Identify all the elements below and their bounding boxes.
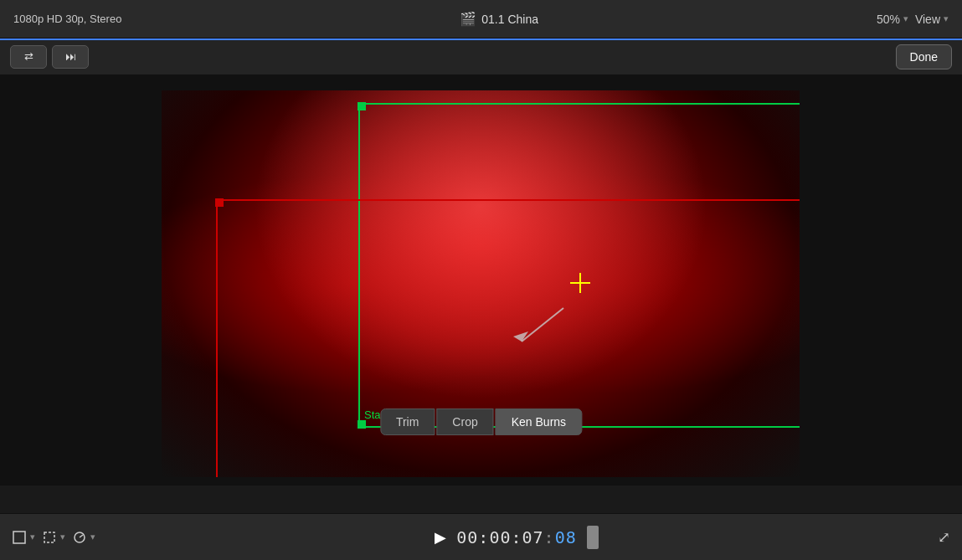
speed-tool-button[interactable]: ▾ bbox=[72, 530, 95, 545]
crop-icon bbox=[12, 530, 27, 545]
svg-rect-2 bbox=[13, 532, 25, 543]
transform-icon bbox=[42, 530, 57, 545]
scrubber-bar[interactable] bbox=[587, 526, 599, 549]
playback-center: ▶ 00:00:07:08 bbox=[105, 526, 928, 549]
blue-accent-line bbox=[0, 39, 962, 40]
timecode-separator: : bbox=[544, 527, 555, 547]
fullscreen-button[interactable]: ⤢ bbox=[938, 528, 950, 547]
crop-tool-button[interactable]: ▾ bbox=[12, 530, 35, 545]
ken-burns-tab[interactable]: Ken Burns bbox=[496, 408, 582, 435]
zoom-selector[interactable]: 50% ▾ bbox=[877, 13, 908, 26]
play-button[interactable]: ▶ bbox=[435, 528, 446, 547]
timecode-main: 00:00:07 bbox=[456, 527, 543, 547]
trim-tab[interactable]: Trim bbox=[380, 408, 435, 435]
clapper-icon: 🎬 bbox=[460, 11, 476, 27]
playback-bar: ▾ ▾ ▾ ▶ 00:00:07:08 ⤢ bbox=[0, 513, 962, 560]
project-info: 🎬 01.1 China bbox=[460, 11, 538, 27]
done-button[interactable]: Done bbox=[896, 44, 952, 69]
top-bar: 1080p HD 30p, Stereo 🎬 01.1 China 50% ▾ … bbox=[0, 0, 962, 39]
speed-chevron-icon: ▾ bbox=[90, 532, 95, 542]
view-label: View bbox=[915, 13, 940, 26]
timecode-frames: 08 bbox=[555, 527, 577, 547]
toolbar-left: ⇄ ⏭ bbox=[10, 45, 89, 69]
swap-button[interactable]: ⇄ bbox=[10, 45, 47, 69]
playback-left-controls: ▾ ▾ ▾ bbox=[12, 530, 95, 545]
resolution-label: 1080p HD 30p, Stereo bbox=[13, 13, 121, 25]
zoom-value: 50% bbox=[877, 13, 900, 26]
svg-line-4 bbox=[80, 535, 83, 537]
toolbar: ⇄ ⏭ Done bbox=[0, 39, 962, 75]
zoom-chevron-icon: ▾ bbox=[903, 13, 908, 24]
view-button[interactable]: View ▾ bbox=[915, 13, 949, 26]
timecode-display: 00:00:07:08 bbox=[456, 527, 576, 547]
transform-tool-button[interactable]: ▾ bbox=[42, 530, 65, 545]
video-area: Start End ✓ Ease In And Out Ease In Ease… bbox=[0, 75, 962, 486]
play-step-icon: ⏭ bbox=[65, 50, 76, 63]
crop-tab[interactable]: Crop bbox=[436, 408, 493, 435]
project-name: 01.1 China bbox=[481, 13, 538, 26]
view-chevron-icon: ▾ bbox=[944, 13, 949, 24]
top-bar-right: 50% ▾ View ▾ bbox=[877, 13, 949, 26]
playback-right: ⤢ bbox=[938, 528, 950, 547]
swap-icon: ⇄ bbox=[24, 50, 33, 63]
transform-chevron-icon: ▾ bbox=[60, 532, 65, 542]
play-step-button[interactable]: ⏭ bbox=[52, 45, 89, 69]
speed-icon bbox=[72, 530, 87, 545]
crop-chevron-icon: ▾ bbox=[30, 532, 35, 542]
edit-tabs: Trim Crop Ken Burns bbox=[380, 408, 582, 435]
